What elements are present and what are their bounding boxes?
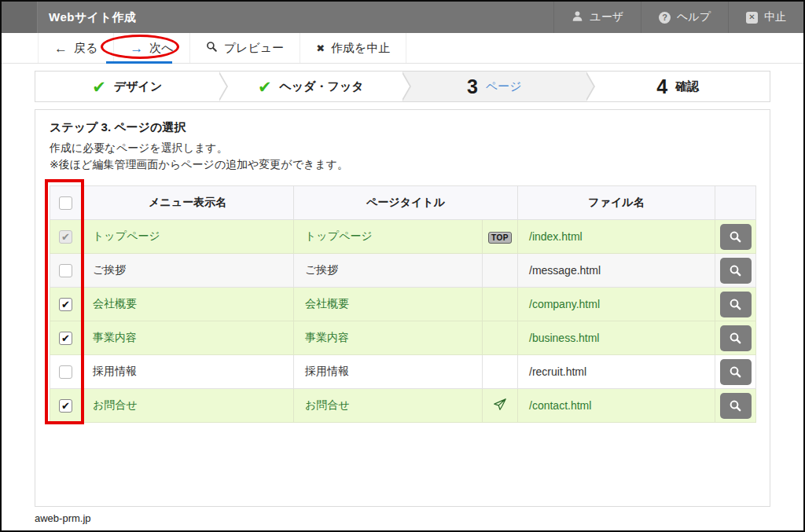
page-preview-button[interactable]: [720, 258, 752, 284]
abort-button-label: 中止: [764, 10, 786, 24]
table-row: ✔お問合せお問合せ/contact.html: [50, 389, 756, 423]
footer-domain: aweb-prm.jp: [35, 512, 91, 524]
row-checkbox-cell: ✔: [50, 321, 82, 355]
row-checkbox[interactable]: [59, 264, 72, 277]
magnifier-icon: [729, 264, 742, 277]
file-name-cell: /contact.html: [518, 389, 715, 423]
page-icon-cell: [483, 389, 518, 423]
menu-name-cell: トップページ: [82, 220, 294, 254]
menu-name-cell: 会社概要: [82, 288, 294, 321]
send-icon: [493, 398, 507, 412]
step-label: デザイン: [114, 79, 162, 94]
magnifier-icon: [729, 365, 742, 379]
x-icon: ✖: [316, 43, 325, 53]
table-row: ✔トップページトップページTOP/index.html: [50, 220, 756, 254]
column-header-menu-name: メニュー表示名: [82, 186, 294, 220]
step-progress-bar: ✔ デザイン ✔ ヘッダ・フッタ 3 ページ 4 確認: [35, 71, 770, 102]
app-window: Webサイト作成 ユーザ ? ヘルプ ✕ 中止: [0, 0, 805, 532]
page-icon-cell: [483, 355, 518, 389]
close-box-icon: ✕: [746, 12, 758, 24]
abort-button[interactable]: ✕ 中止: [728, 2, 803, 33]
page-icon-cell: [483, 254, 518, 288]
top-bar: Webサイト作成 ユーザ ? ヘルプ ✕ 中止: [2, 2, 803, 33]
step-pages-current: 3 ページ: [402, 72, 586, 101]
row-checkbox[interactable]: ✔: [59, 332, 72, 345]
file-name-cell: /recruit.html: [518, 355, 715, 389]
file-name-cell: /company.html: [518, 288, 715, 321]
table-row: ✔事業内容事業内容/business.html: [50, 321, 756, 355]
page-preview-button[interactable]: [720, 393, 752, 419]
step-label: 確認: [675, 79, 699, 94]
page-title: ステップ 3. ページの選択: [50, 120, 755, 135]
row-checkbox-cell: [50, 355, 82, 389]
pages-table: メニュー表示名 ページタイトル ファイル名 ✔トップページトップページTOP/i…: [50, 185, 756, 423]
row-checkbox[interactable]: ✔: [59, 399, 72, 413]
row-checkbox: ✔: [59, 230, 72, 244]
magnifier-icon: [729, 332, 742, 345]
step-confirm: 4 確認: [586, 72, 770, 101]
row-action-cell: [715, 355, 756, 389]
step-number: 4: [656, 77, 667, 97]
main-panel: ステップ 3. ページの選択 作成に必要なページを選択します。 ※後ほど編集管理…: [35, 109, 770, 507]
menu-name-cell: ご挨拶: [82, 254, 294, 288]
page-icon-cell: [483, 321, 518, 355]
menu-name-cell: 採用情報: [82, 355, 294, 389]
arrow-right-icon: →: [130, 42, 143, 55]
page-title-cell: お問合せ: [294, 389, 483, 423]
page-preview-button[interactable]: [720, 292, 752, 317]
column-header-file-name: ファイル名: [518, 186, 715, 220]
user-button[interactable]: ユーザ: [553, 2, 641, 33]
check-icon: ✔: [92, 79, 106, 95]
row-action-cell: [715, 220, 756, 254]
row-checkbox[interactable]: ✔: [59, 298, 72, 311]
page-icon-cell: [483, 288, 518, 321]
step-design: ✔ デザイン: [35, 72, 219, 101]
page-title-cell: 採用情報: [294, 355, 483, 389]
row-action-cell: [715, 254, 756, 288]
column-header-page-title: ページタイトル: [294, 186, 518, 220]
select-all-checkbox[interactable]: [59, 196, 72, 210]
page-title-cell: ご挨拶: [294, 254, 483, 288]
column-header-actions: [715, 186, 756, 220]
back-button-label: 戻る: [74, 41, 97, 56]
page-preview-button[interactable]: [720, 359, 752, 385]
back-button[interactable]: ← 戻る: [38, 33, 114, 63]
next-button[interactable]: → 次へ: [114, 33, 189, 63]
page-title-cell: 事業内容: [294, 321, 483, 355]
arrow-left-icon: ←: [54, 42, 68, 55]
page-title-cell: 会社概要: [294, 288, 483, 321]
table-row: ご挨拶ご挨拶/message.html: [50, 254, 756, 288]
row-checkbox-cell: ✔: [50, 288, 82, 321]
file-name-cell: /index.html: [518, 220, 715, 254]
table-row: ✔会社概要会社概要/company.html: [50, 288, 756, 321]
help-icon: ?: [659, 12, 671, 24]
row-action-cell: [715, 321, 756, 355]
select-all-header-cell: [50, 186, 82, 220]
magnifier-icon: [729, 230, 742, 244]
cancel-creation-label: 作成を中止: [331, 41, 390, 56]
topbar-left-block: [2, 2, 38, 33]
panel-description: 作成に必要なページを選択します。: [50, 140, 755, 156]
page-icon-cell: TOP: [483, 220, 518, 254]
check-icon: ✔: [258, 79, 272, 95]
row-checkbox-cell: [50, 254, 82, 288]
row-action-cell: [715, 288, 756, 321]
cancel-creation-button[interactable]: ✖ 作成を中止: [300, 33, 406, 63]
magnifier-icon: [729, 298, 742, 311]
help-button[interactable]: ? ヘルプ: [641, 2, 728, 33]
preview-button[interactable]: プレビュー: [190, 33, 300, 63]
page-preview-button[interactable]: [720, 224, 752, 250]
table-row: 採用情報採用情報/recruit.html: [50, 355, 756, 389]
magnifier-icon: [206, 41, 218, 55]
file-name-cell: /message.html: [518, 254, 715, 288]
row-action-cell: [715, 389, 756, 423]
file-name-cell: /business.html: [518, 321, 715, 355]
step-number: 3: [467, 77, 478, 97]
user-button-label: ユーザ: [590, 10, 623, 24]
help-button-label: ヘルプ: [677, 10, 711, 24]
next-button-label: 次へ: [149, 41, 173, 56]
menu-name-cell: お問合せ: [82, 389, 294, 423]
page-preview-button[interactable]: [720, 325, 752, 351]
step-label: ページ: [486, 79, 522, 94]
row-checkbox[interactable]: [59, 365, 72, 379]
